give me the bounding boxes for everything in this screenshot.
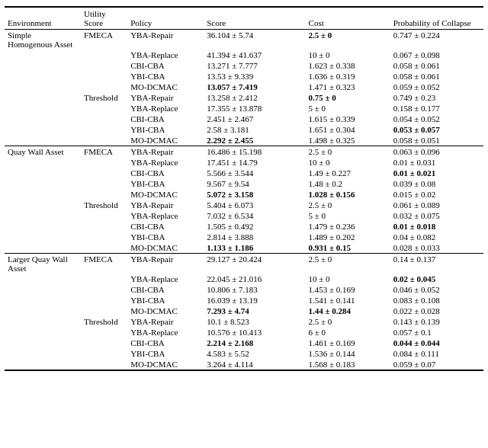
cell-probability: 0.058 ± 0.051 [390, 135, 483, 146]
table-row: MO-DCMAC7.293 ± 4.741.44 ± 0.2840.022 ± … [5, 306, 483, 316]
cell-score: 29.127 ± 20.424 [204, 254, 305, 274]
cell-environment [5, 82, 81, 92]
cell-policy: CBI-CBA [127, 284, 204, 295]
results-table: Environment Utility Score Policy Score C… [5, 6, 483, 371]
cell-probability: 0.015 ± 0.02 [390, 189, 483, 200]
cell-cost: 1.453 ± 0.169 [306, 284, 390, 295]
cell-score: 2.814 ± 3.888 [204, 232, 305, 242]
table-row: CBI-CBA1.505 ± 0.4921.479 ± 0.2360.01 ± … [5, 221, 483, 232]
cell-utility [81, 157, 127, 168]
table-row: ThresholdYBA-Repair5.404 ± 6.0732.5 ± 00… [5, 200, 483, 210]
cell-utility [81, 50, 127, 60]
cell-policy: YBA-Repair [127, 254, 204, 274]
table-row: YBI-CBA4.583 ± 5.521.536 ± 0.1440.084 ± … [5, 348, 483, 359]
table-row: YBI-CBA13.53 ± 9.3391.636 ± 0.3190.058 ±… [5, 71, 483, 82]
cell-cost: 1.623 ± 0.338 [306, 60, 390, 71]
cell-score: 7.293 ± 4.74 [204, 306, 305, 316]
cell-policy: CBI-CBA [127, 60, 204, 71]
table-row: CBI-CBA13.271 ± 7.7771.623 ± 0.3380.058 … [5, 60, 483, 71]
cell-environment [5, 92, 81, 103]
cell-cost: 2.5 ± 0 [306, 316, 390, 327]
table-row: MO-DCMAC2.292 ± 2.4551.498 ± 0.3250.058 … [5, 135, 483, 146]
cell-cost: 1.489 ± 0.202 [306, 232, 390, 242]
cell-utility [81, 327, 127, 338]
cell-utility [81, 274, 127, 284]
cell-probability: 0.084 ± 0.111 [390, 348, 483, 359]
cell-utility [81, 82, 127, 92]
cell-probability: 0.02 ± 0.045 [390, 274, 483, 284]
header-score: Score [204, 7, 305, 30]
cell-utility: Threshold [81, 316, 127, 327]
cell-cost: 1.028 ± 0.156 [306, 189, 390, 200]
cell-utility [81, 210, 127, 221]
cell-probability: 0.032 ± 0.075 [390, 210, 483, 221]
cell-cost: 1.471 ± 0.323 [306, 82, 390, 92]
cell-cost: 1.44 ± 0.284 [306, 306, 390, 316]
cell-cost: 6 ± 0 [306, 327, 390, 338]
cell-utility [81, 338, 127, 348]
header-environment: Environment [5, 7, 81, 30]
table-row: CBI-CBA5.566 ± 3.5441.49 ± 0.2270.01 ± 0… [5, 168, 483, 178]
cell-environment [5, 189, 81, 200]
cell-cost: 1.615 ± 0.339 [306, 114, 390, 124]
header-policy: Policy [127, 7, 204, 30]
cell-policy: MO-DCMAC [127, 242, 204, 254]
cell-score: 17.355 ± 13.878 [204, 103, 305, 114]
cell-cost: 1.498 ± 0.325 [306, 135, 390, 146]
cell-environment [5, 359, 81, 370]
cell-score: 2.214 ± 2.168 [204, 338, 305, 348]
cell-environment [5, 338, 81, 348]
cell-utility [81, 348, 127, 359]
cell-utility [81, 135, 127, 146]
cell-probability: 0.143 ± 0.139 [390, 316, 483, 327]
cell-environment: Quay Wall Asset [5, 146, 81, 158]
cell-cost: 1.48 ± 0.2 [306, 178, 390, 189]
cell-policy: YBI-CBA [127, 348, 204, 359]
cell-probability: 0.046 ± 0.052 [390, 284, 483, 295]
cell-policy: MO-DCMAC [127, 359, 204, 370]
cell-policy: MO-DCMAC [127, 135, 204, 146]
cell-policy: CBI-CBA [127, 338, 204, 348]
cell-cost: 5 ± 0 [306, 103, 390, 114]
cell-policy: CBI-CBA [127, 168, 204, 178]
cell-utility: Threshold [81, 92, 127, 103]
cell-score: 3.264 ± 4.114 [204, 359, 305, 370]
table-row: MO-DCMAC5.072 ± 3.1581.028 ± 0.1560.015 … [5, 189, 483, 200]
cell-utility [81, 232, 127, 242]
cell-probability: 0.01 ± 0.021 [390, 168, 483, 178]
cell-policy: YBA-Replace [127, 274, 204, 284]
cell-policy: MO-DCMAC [127, 82, 204, 92]
cell-score: 1.133 ± 1.186 [204, 242, 305, 254]
table-row: MO-DCMAC3.264 ± 4.1141.568 ± 0.1830.059 … [5, 359, 483, 370]
cell-score: 17.451 ± 14.79 [204, 157, 305, 168]
cell-utility: FMECA [81, 30, 127, 50]
cell-utility [81, 168, 127, 178]
cell-utility [81, 359, 127, 370]
cell-environment [5, 200, 81, 210]
table-header-row: Environment Utility Score Policy Score C… [5, 7, 483, 30]
table-body: Simple Homogenous AssetFMECAYBA-Repair36… [5, 30, 483, 371]
cell-policy: YBI-CBA [127, 124, 204, 135]
cell-probability: 0.04 ± 0.082 [390, 232, 483, 242]
cell-probability: 0.058 ± 0.061 [390, 60, 483, 71]
cell-probability: 0.058 ± 0.061 [390, 71, 483, 82]
cell-policy: YBI-CBA [127, 71, 204, 82]
cell-probability: 0.747 ± 0.224 [390, 30, 483, 50]
cell-probability: 0.028 ± 0.033 [390, 242, 483, 254]
cell-cost: 1.479 ± 0.236 [306, 221, 390, 232]
cell-environment [5, 103, 81, 114]
cell-probability: 0.039 ± 0.08 [390, 178, 483, 189]
table-row: YBI-CBA9.567 ± 9.541.48 ± 0.20.039 ± 0.0… [5, 178, 483, 189]
cell-utility [81, 178, 127, 189]
table-row: YBA-Replace41.394 ± 41.63710 ± 00.067 ± … [5, 50, 483, 60]
cell-policy: YBA-Replace [127, 103, 204, 114]
cell-cost: 10 ± 0 [306, 50, 390, 60]
cell-cost: 2.5 ± 0 [306, 254, 390, 274]
cell-probability: 0.044 ± 0.044 [390, 338, 483, 348]
cell-environment [5, 221, 81, 232]
cell-environment [5, 60, 81, 71]
cell-cost: 1.536 ± 0.144 [306, 348, 390, 359]
cell-environment [5, 242, 81, 254]
table-row: YBA-Replace17.451 ± 14.7910 ± 00.01 ± 0.… [5, 157, 483, 168]
cell-environment [5, 135, 81, 146]
